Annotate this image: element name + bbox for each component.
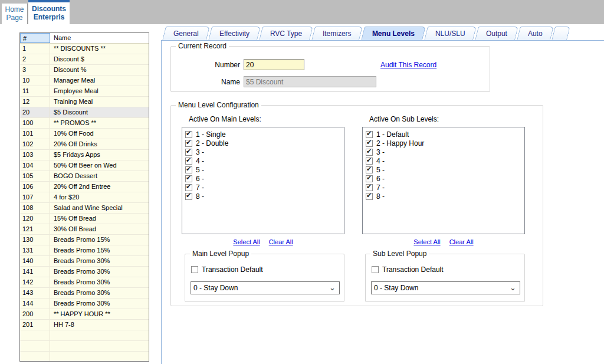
tab-effectivity[interactable]: Effectivity (208, 27, 261, 40)
tab-nlu-slu[interactable]: NLU/SLU (424, 27, 476, 40)
main-level-item[interactable]: ✔2 - Double (185, 139, 344, 147)
sub-select-all-link[interactable]: Select All (413, 238, 440, 245)
table-row[interactable]: 10620% Off 2nd Entree (20, 182, 149, 192)
row-name-cell: Breads Promo 15% (50, 235, 149, 245)
table-row[interactable]: 144Breads Promo 30% (20, 299, 149, 309)
sub-level-item[interactable]: ✔3 - (366, 147, 524, 156)
tab-label: Auto (527, 29, 542, 38)
check-icon: ✔ (366, 156, 372, 164)
main-level-checkbox[interactable]: ✔ (185, 184, 192, 191)
main-level-item[interactable]: ✔8 - (185, 192, 344, 201)
tab-general[interactable]: General (162, 27, 209, 40)
main-level-item[interactable]: ✔1 - Single (185, 130, 344, 139)
sub-level-checkbox[interactable]: ✔ (366, 149, 373, 156)
sub-levels-listbox[interactable]: ✔1 - Default✔2 - Happy Hour✔3 -✔4 -✔5 -✔… (362, 127, 525, 234)
main-transaction-default-row[interactable]: Transaction Default (191, 265, 263, 274)
table-row[interactable]: 10220% Off Drinks (20, 139, 149, 150)
sub-level-item[interactable]: ✔7 - (366, 183, 524, 192)
table-row[interactable]: 20$5 Discount (20, 107, 149, 118)
record-number-input[interactable] (244, 59, 304, 70)
tab-rvc-type[interactable]: RVC Type (259, 27, 313, 40)
sub-clear-all-link[interactable]: Clear All (449, 238, 474, 245)
table-row[interactable]: 100** PROMOS ** (20, 118, 149, 129)
row-name-cell: HH 7-8 (50, 320, 149, 330)
column-header-number[interactable]: # (20, 33, 50, 43)
main-clear-all-link[interactable]: Clear All (269, 238, 293, 245)
tab-menu-levels[interactable]: Menu Levels (361, 27, 426, 40)
table-row[interactable]: 143Breads Promo 30% (20, 288, 149, 299)
tab-discounts-enterprise[interactable]: Discounts Enterpris (28, 0, 70, 24)
sub-level-checkbox[interactable]: ✔ (366, 140, 373, 147)
audit-this-record-link[interactable]: Audit This Record (380, 61, 436, 69)
sub-level-checkbox[interactable]: ✔ (366, 193, 373, 200)
sub-level-item[interactable]: ✔4 - (366, 156, 524, 165)
tab-output[interactable]: Output (475, 27, 518, 40)
sub-level-checkbox[interactable]: ✔ (366, 175, 373, 182)
sub-level-item[interactable]: ✔5 - (366, 165, 524, 174)
row-number-cell: 121 (20, 224, 50, 234)
main-levels-listbox[interactable]: ✔1 - Single✔2 - Double✔3 -✔4 -✔5 -✔6 -✔7… (182, 127, 344, 234)
table-row[interactable]: 142Breads Promo 30% (20, 277, 149, 288)
table-row[interactable]: 141Breads Promo 30% (20, 267, 149, 277)
main-level-checkbox[interactable]: ✔ (185, 193, 192, 200)
table-row[interactable]: 131Breads Promo 15% (20, 245, 149, 256)
sub-level-item[interactable]: ✔2 - Happy Hour (366, 139, 524, 147)
sub-level-checkbox[interactable]: ✔ (366, 166, 373, 173)
main-popup-dropdown-value: 0 - Stay Down (193, 284, 238, 292)
table-row[interactable]: 201HH 7-8 (20, 320, 149, 330)
main-level-item[interactable]: ✔7 - (185, 183, 344, 192)
table-row[interactable]: 2Discount $ (20, 54, 149, 65)
check-icon: ✔ (186, 165, 191, 173)
main-level-item[interactable]: ✔3 - (185, 147, 344, 156)
table-row[interactable]: 12130% Off Bread (20, 224, 149, 235)
main-select-all-link[interactable]: Select All (233, 238, 260, 245)
sub-popup-dropdown[interactable]: 0 - Stay Down ⌄ (371, 281, 520, 294)
table-row[interactable]: 105BOGO Dessert (20, 171, 149, 182)
tab-itemizers[interactable]: Itemizers (311, 27, 362, 40)
sub-level-item[interactable]: ✔6 - (366, 174, 524, 183)
tab-auto[interactable]: Auto (517, 27, 553, 40)
table-row[interactable]: 10Manager Meal (20, 76, 149, 86)
table-row-empty[interactable] (20, 330, 149, 341)
main-level-checkbox[interactable]: ✔ (185, 131, 192, 138)
sub-level-checkbox[interactable]: ✔ (366, 131, 373, 138)
table-row[interactable]: 130Breads Promo 15% (20, 235, 149, 245)
table-row[interactable]: 200** HAPPY HOUR ** (20, 309, 149, 320)
table-row[interactable]: 11Employee Meal (20, 86, 149, 97)
discount-record-table: # Name 1** DISCOUNTS **2Discount $3Disco… (19, 32, 149, 362)
main-level-checkbox[interactable]: ✔ (185, 166, 192, 173)
table-row-empty[interactable] (20, 352, 149, 362)
main-level-checkbox[interactable]: ✔ (185, 175, 192, 182)
table-row[interactable]: 3Discount % (20, 65, 149, 76)
main-level-item[interactable]: ✔6 - (185, 174, 344, 183)
main-level-checkbox[interactable]: ✔ (185, 149, 192, 156)
sub-level-checkbox[interactable]: ✔ (366, 184, 373, 191)
check-icon: ✔ (186, 192, 191, 199)
main-level-item[interactable]: ✔5 - (185, 165, 344, 174)
main-level-checkbox[interactable]: ✔ (185, 140, 192, 147)
sub-level-label: 5 - (376, 166, 385, 174)
sub-level-item[interactable]: ✔8 - (366, 192, 524, 201)
sub-transaction-default-row[interactable]: Transaction Default (372, 265, 444, 274)
row-number-cell: 10 (20, 76, 50, 86)
check-icon: ✔ (366, 183, 372, 191)
main-transaction-default-checkbox[interactable] (191, 266, 198, 273)
table-row[interactable]: 12Training Meal (20, 97, 149, 107)
sub-transaction-default-checkbox[interactable] (372, 266, 379, 273)
table-row[interactable]: 1** DISCOUNTS ** (20, 44, 149, 54)
table-row[interactable]: 10450% Off Beer on Wed (20, 160, 149, 171)
table-row[interactable]: 103$5 Fridays Apps (20, 150, 149, 160)
tab-home-page[interactable]: Home Page (2, 4, 28, 24)
sub-level-checkbox[interactable]: ✔ (366, 158, 373, 165)
column-header-name[interactable]: Name (50, 33, 149, 43)
main-popup-dropdown[interactable]: 0 - Stay Down ⌄ (191, 281, 340, 294)
table-row[interactable]: 108Salad and Wine Special (20, 203, 149, 214)
table-row[interactable]: 10110% Off Food (20, 129, 149, 139)
table-row-empty[interactable] (20, 341, 149, 352)
main-level-checkbox[interactable]: ✔ (185, 158, 192, 165)
table-row[interactable]: 1074 for $20 (20, 192, 149, 203)
main-level-item[interactable]: ✔4 - (185, 156, 344, 165)
table-row[interactable]: 12015% Off Bread (20, 214, 149, 224)
table-row[interactable]: 140Breads Promo 30% (20, 256, 149, 267)
sub-level-item[interactable]: ✔1 - Default (366, 130, 524, 139)
